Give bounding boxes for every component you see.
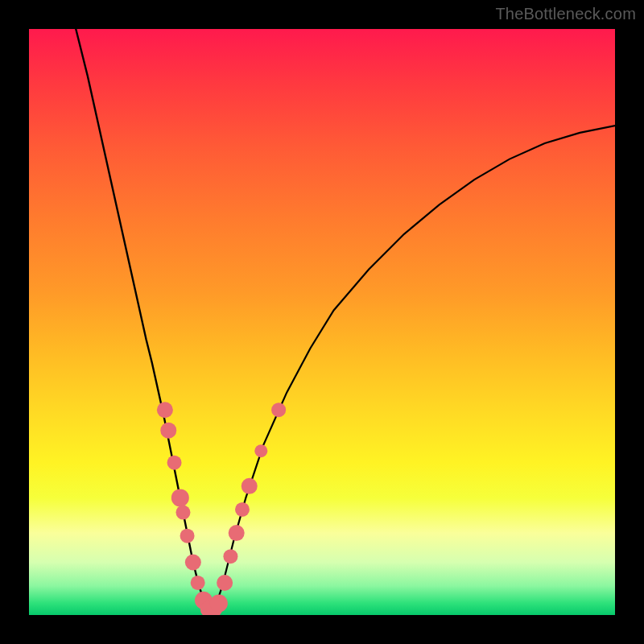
marker-dots-group xyxy=(157,402,286,615)
marker-dot xyxy=(185,554,201,570)
marker-dot xyxy=(167,456,182,470)
marker-dot xyxy=(229,525,245,541)
marker-dot xyxy=(175,506,190,520)
marker-dot xyxy=(223,549,237,564)
curve-right-branch xyxy=(211,126,615,612)
marker-dot xyxy=(191,576,205,590)
marker-dot xyxy=(210,594,228,612)
marker-dot xyxy=(254,444,267,457)
watermark-text: TheBottleneck.com xyxy=(495,5,636,23)
marker-dot xyxy=(180,529,195,543)
plot-area xyxy=(29,29,615,615)
marker-dot xyxy=(235,502,250,517)
marker-dot xyxy=(217,575,233,591)
marker-dot xyxy=(271,402,286,417)
chart-frame: TheBottleneck.com xyxy=(0,0,644,644)
marker-dot xyxy=(242,478,258,494)
marker-dot xyxy=(160,423,176,439)
curve-left-branch xyxy=(76,29,210,612)
chart-svg xyxy=(29,29,615,615)
marker-dot xyxy=(171,489,189,506)
marker-dot xyxy=(157,402,173,418)
